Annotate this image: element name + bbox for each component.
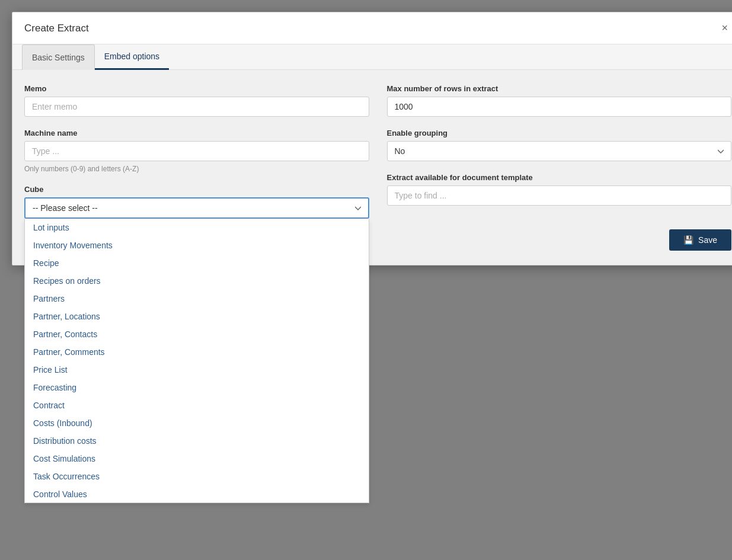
modal-body: Memo Machine name Only numbers (0-9) and… — [12, 70, 732, 265]
tab-basic-settings[interactable]: Basic Settings — [22, 44, 95, 70]
save-button[interactable]: 💾 Save — [669, 229, 731, 251]
cube-label: Cube — [24, 185, 369, 194]
tabs-bar: Basic Settings Embed options — [12, 44, 732, 70]
dropdown-item[interactable]: Control Values — [25, 485, 369, 503]
save-icon: 💾 — [683, 235, 693, 245]
dropdown-item[interactable]: Recipe — [25, 254, 369, 272]
machine-name-label: Machine name — [24, 129, 369, 137]
dropdown-item[interactable]: Inventory Movements — [25, 236, 369, 254]
dropdown-item[interactable]: Contract — [25, 396, 369, 414]
enable-grouping-label: Enable grouping — [387, 129, 732, 137]
dropdown-item[interactable]: Task Occurrences — [25, 468, 369, 485]
create-extract-modal: Create Extract × Basic Settings Embed op… — [12, 12, 732, 265]
enable-grouping-select[interactable]: No Yes — [387, 141, 732, 161]
cube-select-wrapper: -- Please select -- Lot inputs Inventory… — [24, 197, 369, 219]
modal-header: Create Extract × — [12, 12, 732, 44]
left-column: Memo Machine name Only numbers (0-9) and… — [24, 84, 369, 251]
document-template-label: Extract available for document template — [387, 173, 732, 182]
dropdown-item[interactable]: Recipes on orders — [25, 272, 369, 290]
max-rows-group: Max number of rows in extract 1000 — [387, 84, 732, 117]
document-template-group: Extract available for document template — [387, 173, 732, 206]
document-template-input[interactable] — [387, 185, 732, 206]
save-label: Save — [698, 235, 717, 245]
memo-input[interactable] — [24, 97, 369, 117]
tab-embed-options[interactable]: Embed options — [95, 44, 169, 70]
max-rows-label: Max number of rows in extract — [387, 84, 732, 93]
dropdown-item[interactable]: Partner, Locations — [25, 308, 369, 325]
modal-title: Create Extract — [24, 23, 89, 34]
dropdown-item[interactable]: Costs (Inbound) — [25, 414, 369, 432]
enable-grouping-group: Enable grouping No Yes — [387, 129, 732, 161]
dropdown-item[interactable]: Lot inputs — [25, 219, 369, 236]
cube-select[interactable]: -- Please select -- — [24, 197, 369, 219]
modal-close-button[interactable]: × — [718, 21, 731, 36]
machine-name-input[interactable] — [24, 141, 369, 161]
cube-group: Cube -- Please select -- Lot inputs Inve… — [24, 185, 369, 219]
modal-overlay: Create Extract × Basic Settings Embed op… — [12, 12, 720, 560]
form-grid: Memo Machine name Only numbers (0-9) and… — [24, 84, 731, 251]
dropdown-item[interactable]: Distribution costs — [25, 432, 369, 450]
save-button-row: 💾 Save — [387, 217, 732, 251]
machine-name-hint: Only numbers (0-9) and letters (A-Z) — [24, 165, 369, 173]
dropdown-item[interactable]: Forecasting — [25, 379, 369, 396]
dropdown-item[interactable]: Partners — [25, 290, 369, 308]
cube-dropdown-list: Lot inputs Inventory Movements Recipe Re… — [24, 219, 369, 503]
memo-label: Memo — [24, 84, 369, 93]
dropdown-item[interactable]: Cost Simulations — [25, 450, 369, 468]
machine-name-group: Machine name Only numbers (0-9) and lett… — [24, 129, 369, 173]
memo-group: Memo — [24, 84, 369, 117]
dropdown-item[interactable]: Partner, Comments — [25, 343, 369, 361]
right-column: Max number of rows in extract 1000 Enabl… — [387, 84, 732, 251]
dropdown-item[interactable]: Partner, Contacts — [25, 325, 369, 343]
dropdown-item[interactable]: Price List — [25, 361, 369, 379]
max-rows-input[interactable]: 1000 — [387, 97, 732, 117]
